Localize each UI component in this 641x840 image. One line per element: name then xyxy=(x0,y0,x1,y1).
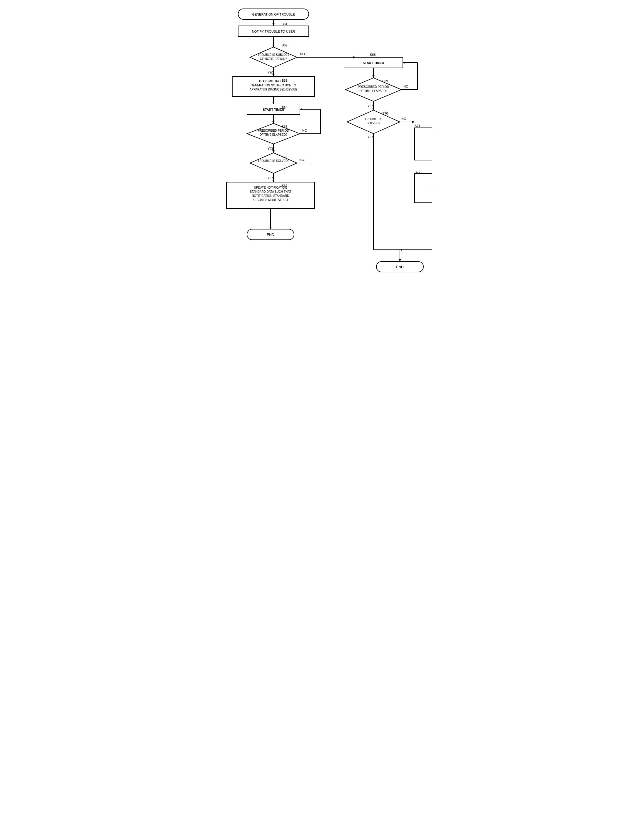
s62-label: S62 xyxy=(282,43,288,47)
svg-marker-42 xyxy=(372,108,375,110)
s68-node: START TIMER xyxy=(362,61,384,65)
s63-line2: GENERATION NOTIFICATION TO xyxy=(251,84,296,87)
svg-marker-13 xyxy=(272,102,275,104)
flowchart-diagram: GENERATION OF TROUBLE S61 NOTIFY TROUBLE… xyxy=(209,6,432,300)
no-label-s62: NO xyxy=(300,52,305,56)
s65-line1: PRESCRIBED PERIOD xyxy=(258,129,289,132)
svg-marker-53 xyxy=(400,249,402,251)
s67-line4: BECOMES MORE STRICT xyxy=(253,198,288,202)
s67-line1: UPDATE NOTIFICATION xyxy=(254,186,287,189)
svg-marker-2 xyxy=(272,24,275,26)
svg-marker-21 xyxy=(300,108,302,111)
s67-line2: STANDARD DATA SUCH THAT xyxy=(250,190,292,193)
yes-label-s69: YES xyxy=(367,104,374,108)
end2-label: END xyxy=(396,265,404,269)
s71-label: S71 xyxy=(415,124,420,127)
yes-label-s70: YES xyxy=(367,135,374,139)
s64-node: START TIMER xyxy=(263,108,284,111)
s61-node: NOTIFY TROUBLE TO USER xyxy=(252,30,295,33)
s71-line1: UPDATE NOTIFICATION xyxy=(432,132,432,135)
generation-label: GENERATION OF TROUBLE xyxy=(252,13,295,16)
svg-rect-47 xyxy=(415,128,432,160)
svg-marker-16 xyxy=(272,121,275,124)
s62-node-line2: OF NOTIFICATION? xyxy=(260,57,287,61)
s65-line2: OF TIME ELAPSED? xyxy=(259,133,288,137)
svg-marker-45 xyxy=(412,121,415,123)
s70-line1: TROUBLE IS xyxy=(365,117,382,121)
s69-line2: OF TIME ELAPSED? xyxy=(359,89,388,93)
yes-label-s62: YES xyxy=(267,71,274,74)
no-label-s69: NO xyxy=(403,85,408,88)
svg-marker-24 xyxy=(250,153,297,173)
svg-rect-50 xyxy=(415,173,432,203)
no-label-s70: NO xyxy=(401,117,406,120)
svg-marker-5 xyxy=(272,45,275,47)
s69-label: S69 xyxy=(382,79,388,83)
s66-line1: TROUBLE IS SOLVED? xyxy=(258,159,289,162)
svg-marker-40 xyxy=(403,61,405,64)
yes-label-s66: YES xyxy=(267,176,274,180)
s61-label: S61 xyxy=(282,22,288,26)
s63-line1: TRANSMIT TROUBLE xyxy=(259,80,288,83)
svg-marker-8 xyxy=(272,74,275,76)
svg-marker-27 xyxy=(272,180,275,182)
s72-line3: TELEPHONE CALL, ETC. xyxy=(432,186,432,189)
end1-label: END xyxy=(267,233,274,237)
svg-marker-35 xyxy=(372,75,375,78)
s68-label: S68 xyxy=(370,53,376,56)
s71-line2: STANDARD DATA SUCH xyxy=(432,136,432,139)
no-label-s66: NO xyxy=(300,158,304,162)
s70-line2: SOLVED? xyxy=(367,122,380,125)
yes-label-s65: YES xyxy=(267,147,274,151)
svg-marker-55 xyxy=(399,259,401,262)
no-label-s65: NO xyxy=(302,129,307,132)
s67-line3: NOTIFICATION STANDARD xyxy=(252,194,289,198)
svg-marker-23 xyxy=(272,151,275,153)
s62-node-line1: TROUBLE IS SUBJECT xyxy=(258,53,289,56)
s69-line1: PRESCRIBED PERIOD xyxy=(358,85,389,88)
svg-marker-31 xyxy=(269,227,272,229)
s63-line3: APPARATUS DIAGNOSED DEVICE xyxy=(250,88,297,91)
